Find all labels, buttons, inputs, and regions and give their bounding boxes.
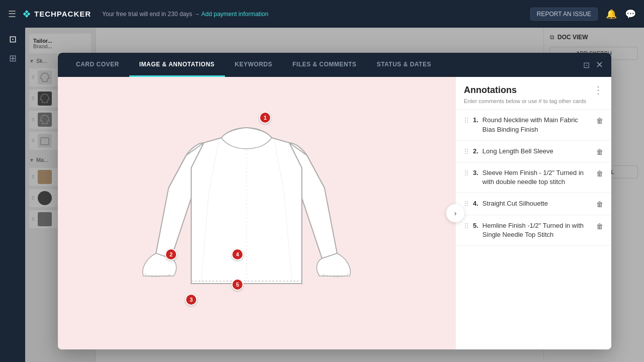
logo-icon: ❖: [22, 8, 31, 20]
annotation-item-1: ⠿ 1. Round Neckline with Main Fabric Bia…: [456, 110, 611, 140]
sidebar-home-icon[interactable]: ⊡: [9, 34, 17, 45]
image-area: 1 2 3 4 5 ›: [58, 77, 455, 349]
annotation-text-2: Long Length Bell Sleeve: [482, 147, 592, 156]
annotation-dot-2[interactable]: 2: [165, 248, 177, 260]
chat-icon[interactable]: 💬: [625, 9, 636, 20]
logo: ❖ TECHPACKER: [22, 8, 91, 20]
drag-icon-5: ⠿: [464, 222, 469, 230]
annotations-more-icon[interactable]: ⋮: [593, 84, 603, 96]
delete-annotation-1[interactable]: 🗑: [596, 117, 603, 125]
annotation-item-2: ⠿ 2. Long Length Bell Sleeve 🗑: [456, 141, 611, 162]
tab-status-dates[interactable]: STATUS & DATES: [367, 53, 441, 77]
top-nav: ☰ ❖ TECHPACKER Your free trial will end …: [0, 0, 644, 28]
annotations-list: ⠿ 1. Round Neckline with Main Fabric Bia…: [456, 110, 611, 349]
modal-controls: ⊡ ✕: [583, 59, 603, 70]
tab-card-cover[interactable]: CARD COVER: [66, 53, 129, 77]
annotation-dot-1[interactable]: 1: [259, 112, 271, 124]
report-issue-button[interactable]: REPORT AN ISSUE: [530, 8, 598, 21]
menu-icon[interactable]: ☰: [8, 9, 16, 20]
annotation-text-3: Sleeve Hem Finish - 1/2" Turned in with …: [482, 168, 592, 187]
drag-icon-3: ⠿: [464, 169, 469, 177]
annotation-item-4: ⠿ 4. Straight Cut Silhouette 🗑: [456, 193, 611, 215]
annotation-item-5: ⠿ 5. Hemline Finish -1/2" Turned in with…: [456, 215, 611, 246]
annotation-text-4: Straight Cut Silhouette: [482, 199, 592, 208]
annotations-title: Annotations: [464, 85, 586, 96]
delete-annotation-4[interactable]: 🗑: [596, 200, 603, 208]
trial-text: Your free trial will end in 230 days → A…: [102, 11, 268, 18]
annotation-text-1: Round Neckline with Main Fabric Bias Bin…: [482, 116, 592, 134]
next-arrow[interactable]: ›: [446, 204, 464, 222]
tab-files-comments[interactable]: FILES & COMMENTS: [282, 53, 366, 77]
main-content: Tailor... Brand... ▼ Sk... ✏ ⠿ ⠿: [25, 28, 644, 362]
tab-image-annotations[interactable]: IMAGE & ANNOTATIONS: [129, 53, 225, 77]
app-name: TECHPACKER: [34, 10, 91, 18]
annotation-number-4: 4.: [473, 200, 478, 207]
annotation-item-3: ⠿ 3. Sleeve Hem Finish - 1/2" Turned in …: [456, 162, 611, 193]
annotation-number-1: 1.: [473, 116, 478, 124]
drag-icon-2: ⠿: [464, 148, 469, 156]
modal-overlay: CARD COVER IMAGE & ANNOTATIONS KEYWORDS …: [25, 28, 644, 362]
garment-container: 1 2 3 4 5: [131, 93, 382, 334]
annotation-dot-3[interactable]: 3: [185, 294, 197, 306]
nav-right: REPORT AN ISSUE 🔔 💬: [530, 8, 636, 21]
annotation-number-5: 5.: [473, 222, 478, 229]
sidebar-grid-icon[interactable]: ⊞: [9, 53, 17, 64]
annotation-dot-4[interactable]: 4: [231, 248, 244, 260]
annotation-dot-5[interactable]: 5: [231, 279, 244, 291]
tab-keywords[interactable]: KEYWORDS: [225, 53, 283, 77]
annotations-panel: Annotations Enter comments below or use …: [455, 77, 611, 349]
modal-body: 1 2 3 4 5 › Annotations: [58, 77, 611, 349]
collapse-icon[interactable]: ⊡: [583, 60, 590, 70]
bell-icon[interactable]: 🔔: [606, 9, 617, 20]
sidebar: ⊡ ⊞: [0, 28, 25, 362]
annotations-subtitle: Enter comments below or use # to tag oth…: [464, 98, 586, 105]
trial-link[interactable]: Add payment information: [201, 11, 268, 18]
annotation-number-2: 2.: [473, 147, 478, 155]
modal: CARD COVER IMAGE & ANNOTATIONS KEYWORDS …: [58, 53, 611, 349]
annotation-text-5: Hemline Finish -1/2" Turned in with Sing…: [482, 221, 592, 239]
annotation-number-3: 3.: [473, 169, 478, 176]
annotations-header: Annotations Enter comments below or use …: [456, 77, 611, 110]
delete-annotation-5[interactable]: 🗑: [596, 222, 603, 230]
drag-icon-4: ⠿: [464, 200, 469, 208]
modal-tabs: CARD COVER IMAGE & ANNOTATIONS KEYWORDS …: [58, 53, 611, 77]
garment-illustration: [131, 93, 362, 324]
delete-annotation-3[interactable]: 🗑: [596, 169, 603, 177]
drag-icon-1: ⠿: [464, 117, 469, 125]
close-icon[interactable]: ✕: [596, 59, 603, 70]
delete-annotation-2[interactable]: 🗑: [596, 148, 603, 156]
